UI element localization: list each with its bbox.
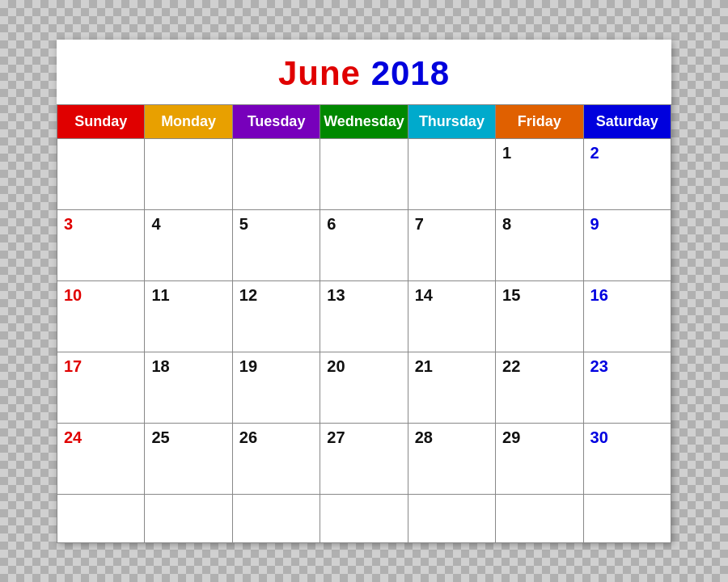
calendar-cell[interactable]: 14	[408, 280, 495, 352]
calendar-cell[interactable]: 29	[496, 423, 583, 494]
calendar-row: 10111213141516	[57, 280, 671, 352]
calendar-cell	[57, 494, 145, 542]
day-number: 18	[151, 357, 169, 375]
day-number: 21	[415, 357, 433, 375]
day-number: 3	[64, 215, 73, 233]
calendar-cell	[57, 138, 145, 209]
day-number: 24	[64, 428, 82, 446]
calendar-row: 24252627282930	[57, 423, 671, 494]
day-number: 14	[415, 286, 433, 304]
calendar-cell[interactable]: 16	[583, 280, 671, 352]
month-label: June	[278, 54, 361, 92]
day-number: 16	[590, 286, 608, 304]
calendar-header: SundayMondayTuesdayWednesdayThursdayFrid…	[57, 104, 671, 138]
header-monday: Monday	[145, 104, 232, 138]
calendar-cell[interactable]: 10	[57, 280, 145, 352]
calendar-cell[interactable]: 19	[232, 352, 320, 423]
calendar-cell[interactable]: 30	[583, 423, 671, 494]
calendar-cell[interactable]: 21	[408, 352, 495, 423]
calendar-cell[interactable]: 27	[320, 423, 408, 494]
calendar-row: 17181920212223	[57, 352, 671, 423]
calendar-cell	[408, 138, 495, 209]
calendar-cell[interactable]: 18	[145, 352, 232, 423]
calendar-cell[interactable]: 8	[496, 209, 583, 280]
day-number: 6	[327, 215, 336, 233]
calendar-row: 3456789	[57, 209, 671, 280]
day-number: 4	[151, 215, 160, 233]
calendar-cell[interactable]: 20	[320, 352, 408, 423]
calendar-cell[interactable]: 9	[583, 209, 671, 280]
day-number: 1	[502, 144, 511, 162]
calendar-cell[interactable]: 7	[408, 209, 495, 280]
day-number: 22	[502, 357, 520, 375]
day-number: 29	[502, 428, 520, 446]
calendar-cell[interactable]: 11	[145, 280, 232, 352]
year-label: 2018	[371, 54, 450, 92]
calendar-cell[interactable]: 6	[320, 209, 408, 280]
day-number: 12	[239, 286, 257, 304]
calendar-cell[interactable]: 2	[583, 138, 671, 209]
day-number: 28	[415, 428, 433, 446]
header-sunday: Sunday	[57, 104, 145, 138]
header-tuesday: Tuesday	[232, 104, 320, 138]
day-number: 25	[151, 428, 169, 446]
header-saturday: Saturday	[583, 104, 671, 138]
day-number: 8	[502, 215, 511, 233]
day-number: 13	[327, 286, 345, 304]
calendar-cell[interactable]: 26	[232, 423, 320, 494]
calendar-cell[interactable]: 13	[320, 280, 408, 352]
day-number: 19	[239, 357, 257, 375]
calendar-title: June 2018	[57, 40, 671, 104]
calendar-cell[interactable]: 22	[496, 352, 583, 423]
day-number: 15	[502, 286, 520, 304]
calendar-cell[interactable]: 23	[583, 352, 671, 423]
calendar-cell	[320, 138, 408, 209]
calendar-cell	[320, 494, 408, 542]
calendar-cell[interactable]: 4	[145, 209, 232, 280]
calendar-cell	[496, 494, 583, 542]
day-number: 7	[415, 215, 424, 233]
calendar-row: 12	[57, 138, 671, 209]
calendar-cell	[408, 494, 495, 542]
calendar-cell	[145, 494, 232, 542]
day-number: 11	[151, 286, 169, 304]
day-number: 23	[590, 357, 608, 375]
calendar-cell[interactable]: 15	[496, 280, 583, 352]
header-thursday: Thursday	[408, 104, 495, 138]
calendar-cell	[583, 494, 671, 542]
calendar-cell	[145, 138, 232, 209]
day-number: 2	[590, 144, 599, 162]
calendar-body: 1234567891011121314151617181920212223242…	[57, 138, 671, 542]
day-number: 10	[64, 286, 82, 304]
calendar: June 2018 SundayMondayTuesdayWednesdayTh…	[57, 40, 671, 543]
calendar-cell[interactable]: 1	[496, 138, 583, 209]
day-number: 27	[327, 428, 345, 446]
day-number: 26	[239, 428, 257, 446]
calendar-cell[interactable]: 25	[145, 423, 232, 494]
day-number: 5	[239, 215, 248, 233]
calendar-cell[interactable]: 28	[408, 423, 495, 494]
header-friday: Friday	[496, 104, 583, 138]
calendar-cell[interactable]: 3	[57, 209, 145, 280]
calendar-grid: SundayMondayTuesdayWednesdayThursdayFrid…	[57, 104, 671, 543]
calendar-cell[interactable]: 5	[232, 209, 320, 280]
day-number: 17	[64, 357, 82, 375]
calendar-cell[interactable]: 12	[232, 280, 320, 352]
calendar-row	[57, 494, 671, 542]
calendar-cell	[232, 138, 320, 209]
calendar-cell	[232, 494, 320, 542]
day-number: 9	[590, 215, 599, 233]
calendar-cell[interactable]: 24	[57, 423, 145, 494]
day-number: 30	[590, 428, 608, 446]
header-wednesday: Wednesday	[320, 104, 408, 138]
day-number: 20	[327, 357, 345, 375]
calendar-cell[interactable]: 17	[57, 352, 145, 423]
